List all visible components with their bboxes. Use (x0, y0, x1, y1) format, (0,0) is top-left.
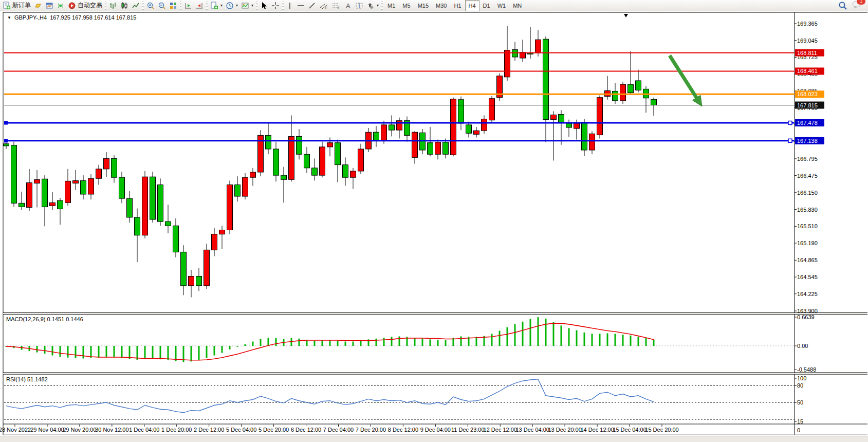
zoom-out-icon (158, 2, 166, 10)
timeframe-m5-button[interactable]: M5 (399, 0, 414, 11)
gold-bar-button[interactable] (32, 1, 44, 11)
timeframe-d1-button[interactable]: D1 (479, 0, 494, 11)
macd-indicator-label: MACD(12,26,9) 0.1451 0.1446 (6, 316, 83, 322)
timeframe-m1-button[interactable]: M1 (384, 0, 399, 11)
arrows-button[interactable]: ▾ (365, 1, 380, 11)
toolbar-grip (206, 2, 208, 10)
svg-text:15 Dec 04:00: 15 Dec 04:00 (613, 427, 646, 433)
arrows-icon (366, 2, 375, 10)
timeframe-h4-button[interactable]: H4 (465, 0, 479, 11)
svg-text:169.045: 169.045 (797, 38, 818, 44)
periods-button[interactable]: ▾ (224, 1, 239, 11)
line-chart-icon (132, 2, 140, 10)
svg-text:100: 100 (797, 375, 806, 381)
rsi-indicator-label: RSI(14) 51.1482 (6, 376, 48, 382)
signals-icon (57, 2, 65, 10)
svg-text:13 Dec 20:00: 13 Dec 20:00 (548, 427, 581, 433)
new-order-icon (3, 2, 11, 10)
svg-text:164.865: 164.865 (797, 257, 818, 263)
status-bar (0, 436, 868, 442)
timeframe-m30-button[interactable]: M30 (432, 0, 450, 11)
svg-text:50: 50 (797, 399, 803, 406)
timeframe-m15-button[interactable]: M15 (414, 0, 432, 11)
timeframe-h1-button[interactable]: H1 (450, 0, 465, 11)
templates-icon (241, 2, 249, 10)
zoom-out-button[interactable] (156, 1, 168, 11)
svg-text:166.150: 166.150 (797, 190, 818, 196)
svg-text:29 Nov 04:00: 29 Nov 04:00 (30, 427, 64, 433)
candlestick-chart-icon (120, 2, 128, 10)
notifications-button[interactable]: 1 (852, 1, 862, 10)
toolbar-grip (142, 2, 144, 10)
clock-icon (226, 2, 234, 10)
svg-text:5 Dec 04:00: 5 Dec 04:00 (226, 427, 256, 433)
text-button[interactable]: A (342, 1, 354, 11)
timeframe-w1-button[interactable]: W1 (494, 0, 510, 11)
vertical-line-button[interactable] (285, 1, 295, 11)
svg-text:F: F (338, 6, 340, 10)
svg-text:163.900: 163.900 (797, 308, 818, 314)
new-order-label: 新订单 (12, 1, 31, 10)
svg-text:-0.5488: -0.5488 (797, 366, 816, 373)
svg-text:9 Dec 04:00: 9 Dec 04:00 (420, 427, 451, 433)
autotrading-button[interactable]: 自动交易 (66, 1, 104, 11)
svg-text:14 Dec 12:00: 14 Dec 12:00 (580, 427, 614, 433)
horizontal-line-button[interactable] (295, 1, 306, 11)
symbol-label: ▼GBPJPY-,H4 167.925 167.958 167.614 167.… (7, 14, 136, 21)
toolbar-grip (256, 2, 257, 10)
svg-text:164.545: 164.545 (797, 274, 818, 280)
bar-chart-button[interactable] (107, 1, 119, 11)
dropdown-caret-icon: ▾ (377, 3, 379, 8)
horizontal-line-icon (297, 2, 305, 10)
line-chart-button[interactable] (130, 1, 141, 11)
mt4-application: 新订单 自动交易 (0, 0, 868, 442)
svg-text:T: T (358, 3, 361, 9)
chart-canvas[interactable]: 169.365169.045168.725168.405168.085167.7… (0, 11, 868, 436)
autotrading-label: 自动交易 (78, 1, 102, 10)
svg-text:1 Dec 20:00: 1 Dec 20:00 (161, 427, 192, 433)
chart-shift-icon (195, 2, 204, 10)
svg-text:165.830: 165.830 (797, 207, 818, 213)
equidistant-channel-button[interactable]: E (318, 1, 330, 11)
toolbar-grip (282, 2, 284, 10)
svg-text:E: E (325, 6, 328, 10)
svg-text:80: 80 (797, 382, 803, 389)
chart-window: 169.365169.045168.725168.405168.085167.7… (0, 11, 868, 436)
text-label-icon: T (355, 2, 363, 10)
candlestick-chart-button[interactable] (119, 1, 130, 11)
auto-scroll-button[interactable] (182, 1, 194, 11)
svg-text:165.510: 165.510 (797, 223, 818, 229)
search-icon[interactable] (838, 1, 847, 10)
templates-button[interactable]: ▾ (239, 1, 255, 11)
trendline-button[interactable] (306, 1, 318, 11)
crosshair-button[interactable] (270, 1, 281, 11)
chart-window-button[interactable] (44, 1, 55, 11)
svg-text:11 Dec 23:00: 11 Dec 23:00 (451, 427, 485, 433)
svg-text:167.815: 167.815 (797, 102, 818, 108)
svg-text:167.138: 167.138 (797, 138, 818, 144)
svg-text:28 Nov 2022: 28 Nov 2022 (0, 427, 31, 433)
zoom-in-button[interactable] (145, 1, 156, 11)
chart-window-icon (45, 2, 53, 10)
tile-windows-button[interactable] (168, 1, 179, 11)
svg-text:168.461: 168.461 (797, 68, 818, 74)
fibonacci-button[interactable]: F (330, 1, 342, 11)
svg-text:168.023: 168.023 (797, 91, 818, 97)
chart-shift-button[interactable] (194, 1, 205, 11)
svg-text:165.190: 165.190 (797, 240, 818, 246)
text-label-button[interactable]: T (354, 1, 365, 11)
vertical-line-icon (286, 2, 293, 10)
signals-button[interactable] (55, 1, 66, 11)
new-order-button[interactable]: 新订单 (1, 1, 32, 11)
fibonacci-icon: F (331, 2, 341, 10)
svg-text:29 Nov 20:00: 29 Nov 20:00 (63, 427, 96, 433)
collapse-triangle-icon[interactable]: ▼ (7, 15, 11, 20)
crosshair-icon (271, 2, 280, 10)
new-chart-button[interactable]: ▾ (209, 1, 224, 11)
equidistant-channel-icon: E (319, 2, 328, 10)
timeframe-mn-button[interactable]: MN (509, 0, 525, 11)
svg-text:30 Nov 12:00: 30 Nov 12:00 (95, 427, 128, 433)
cursor-button[interactable] (258, 1, 270, 11)
gold-bar-icon (34, 2, 42, 10)
svg-text:167.478: 167.478 (797, 120, 818, 126)
